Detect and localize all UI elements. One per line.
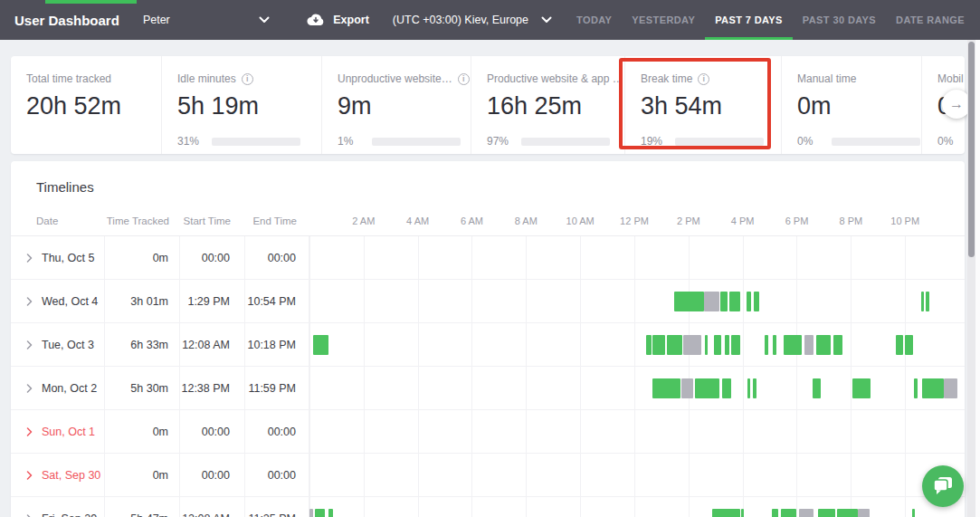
stat-card-value: 0m	[797, 92, 921, 120]
row-date: Mon, Oct 2	[42, 382, 97, 395]
expand-chevron-icon[interactable]	[26, 340, 33, 349]
table-header-row: Date Time Tracked Start Time End Time 2 …	[11, 200, 965, 236]
date-range-tab[interactable]: PAST 7 DAYS	[705, 0, 793, 40]
row-time-tracked: 5h 47m	[105, 497, 180, 517]
stat-card-value: 5h 19m	[177, 92, 321, 120]
hour-label: 10 AM	[566, 215, 595, 226]
hour-label: 10 PM	[890, 215, 919, 226]
activity-segment-green	[652, 335, 665, 355]
vertical-scrollbar[interactable]	[967, 40, 975, 517]
cloud-download-icon	[307, 14, 325, 26]
stat-card-label: Idle minutes	[177, 72, 236, 85]
activity-segment-green	[747, 378, 750, 398]
row-date-cell: Wed, Oct 4	[11, 280, 105, 322]
expand-chevron-icon[interactable]	[26, 427, 33, 436]
activity-segment-green	[813, 378, 821, 398]
column-header-date: Date	[11, 215, 105, 235]
stat-card-label: Manual time	[797, 72, 856, 85]
stat-progress-row: 97%	[487, 135, 624, 148]
chat-widget-button[interactable]	[922, 465, 964, 507]
stat-card-label: Unproductive website…	[338, 72, 452, 85]
info-icon[interactable]: i	[242, 73, 253, 85]
user-select[interactable]: Peter	[143, 14, 270, 26]
timeline-track[interactable]	[309, 367, 959, 410]
activity-segment-gray	[944, 378, 957, 398]
hour-label: 8 PM	[839, 215, 862, 226]
timeline-track[interactable]	[309, 410, 959, 454]
timeline-track[interactable]	[309, 323, 959, 367]
topbar-accent-strip	[45, 0, 137, 4]
hour-label: 4 AM	[406, 215, 429, 226]
expand-chevron-icon[interactable]	[26, 297, 33, 306]
row-start-time: 1:29 PM	[180, 280, 245, 322]
stat-card-value: 16h 25m	[487, 92, 624, 120]
row-start-time: 00:00	[180, 236, 245, 279]
activity-segment-green	[741, 509, 744, 517]
activity-segment-gray	[683, 335, 701, 355]
row-start-time: 00:00	[180, 454, 245, 496]
info-icon[interactable]: i	[698, 73, 709, 85]
info-icon[interactable]: i	[458, 73, 470, 85]
stat-card: Idle minutes i 5h 19m 31%	[161, 56, 321, 154]
expand-chevron-icon[interactable]	[26, 384, 33, 393]
row-date: Fri, Sep 29	[42, 512, 97, 517]
activity-segment-green	[328, 509, 333, 517]
activity-segment-green	[852, 378, 871, 398]
timezone-select[interactable]: (UTC +03:00) Kiev, Europe	[393, 14, 552, 26]
activity-segment-green	[725, 335, 729, 355]
activity-segment-green	[896, 335, 903, 355]
timelines-panel: Timelines Date Time Tracked Start Time E…	[11, 161, 965, 517]
date-range-tabs: TODAYYESTERDAYPAST 7 DAYSPAST 30 DAYSDAT…	[566, 0, 975, 40]
stat-card-label-row: Unproductive website… i	[338, 72, 471, 85]
stat-card-label-row: Break time i	[641, 72, 781, 85]
timezone-value: (UTC +03:00) Kiev, Europe	[393, 14, 528, 26]
date-range-tab[interactable]: DATE RANGE	[886, 0, 975, 40]
activity-segment-green	[722, 378, 731, 398]
timeline-track[interactable]	[309, 497, 959, 517]
progress-bar	[521, 138, 610, 146]
stat-card-label: Productive website & app …	[487, 72, 623, 85]
stat-card-label: Break time	[641, 72, 692, 85]
row-date-cell: Thu, Oct 5	[11, 236, 105, 279]
stat-progress-row: 31%	[177, 135, 321, 148]
stat-percent: 31%	[177, 135, 205, 148]
timeline-track[interactable]	[309, 454, 959, 497]
timeline-track[interactable]	[309, 236, 959, 280]
hour-axis: 2 AM4 AM6 AM8 AM10 AM12 PM2 PM4 PM6 PM8 …	[309, 200, 959, 235]
row-date-cell: Fri, Sep 29	[11, 497, 105, 517]
activity-segment-green	[773, 335, 776, 355]
date-range-tab[interactable]: TODAY	[566, 0, 622, 40]
expand-chevron-icon[interactable]	[26, 254, 33, 263]
date-range-tab[interactable]: YESTERDAY	[622, 0, 705, 40]
activity-segment-green	[818, 509, 836, 517]
stats-panel: Total time tracked i 20h 52m Idle minute…	[11, 56, 965, 154]
activity-segment-green	[905, 335, 913, 355]
activity-segment-gray	[858, 509, 870, 517]
tab-label: DATE RANGE	[896, 14, 965, 25]
progress-bar	[212, 138, 300, 146]
stat-card-label-row: Idle minutes i	[177, 72, 321, 85]
hour-label: 2 PM	[677, 215, 700, 226]
activity-segment-gray	[704, 292, 719, 311]
row-start-time: 12:08 AM	[180, 323, 245, 366]
activity-segment-green	[921, 292, 924, 311]
stat-progress-row: 0%	[797, 135, 921, 148]
timeline-track[interactable]	[309, 280, 959, 323]
export-button[interactable]: Export	[307, 14, 369, 26]
stat-card-label-row: Total time tracked i	[26, 72, 161, 85]
activity-segment-green	[837, 509, 858, 517]
expand-chevron-icon[interactable]	[26, 471, 33, 480]
stat-card-value: 9m	[338, 92, 471, 120]
hour-label: 6 AM	[461, 215, 483, 226]
activity-segment-green	[765, 335, 768, 355]
stat-card-label: Mobil	[937, 72, 964, 85]
chevron-down-icon	[541, 16, 552, 24]
activity-segment-green	[926, 292, 929, 311]
scrollbar-thumb[interactable]	[968, 42, 975, 257]
expand-chevron-icon[interactable]	[26, 514, 33, 517]
date-range-tab[interactable]: PAST 30 DAYS	[793, 0, 886, 40]
timeline-row: Sat, Sep 30 0m 00:00 00:00	[11, 454, 965, 497]
timeline-row: Mon, Oct 2 5h 30m 12:38 PM 11:59 PM	[11, 367, 965, 410]
column-header-time-tracked: Time Tracked	[105, 215, 180, 235]
stat-card: Unproductive website… i 9m 1%	[321, 56, 471, 154]
